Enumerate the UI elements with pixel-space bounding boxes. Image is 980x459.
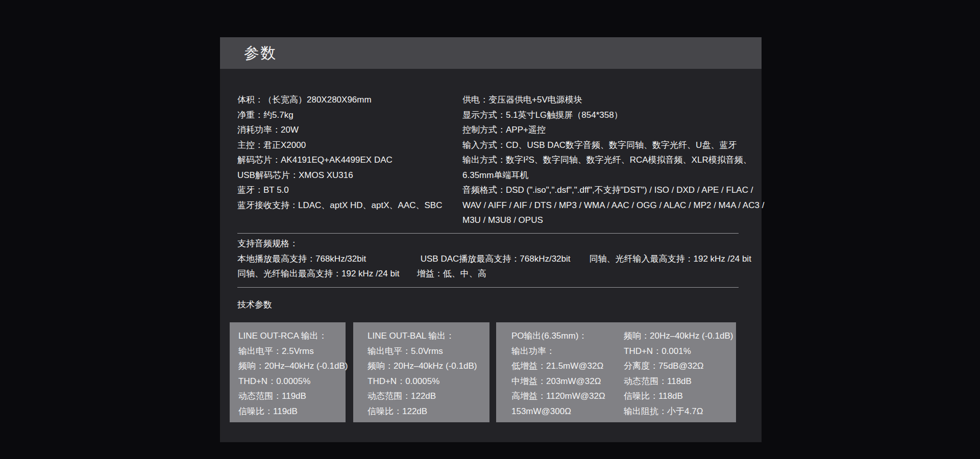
spec-line: WAV / AIFF / AIF / DTS / MP3 / WMA / AAC…: [462, 198, 764, 213]
card-line: 动态范围：119dB: [238, 389, 346, 404]
spec-line: 净重：约5.7kg: [237, 108, 462, 123]
card-line: 信噪比：122dB: [368, 404, 489, 419]
spec-line: 解码芯片：AK4191EQ+AK4499EX DAC: [237, 152, 462, 168]
card-line: 动态范围：118dB: [624, 374, 736, 389]
card-line: 输出电平：5.0Vrms: [368, 344, 489, 359]
audio-spec-row: 同轴、光纤输出最高支持：192 kHz /24 bit 增益：低、中、高: [237, 266, 748, 282]
section-divider: [237, 287, 739, 288]
card-title: PO输出(6.35mm)：: [511, 328, 624, 344]
spec-column-left: 体积：（长宽高）280X280X96mm 净重：约5.7kg 消耗功率：20W …: [237, 92, 462, 228]
spec-line: USB解码芯片：XMOS XU316: [237, 168, 462, 183]
card-title: LINE OUT-BAL 输出：: [368, 328, 489, 344]
card-line: 输出功率：: [511, 344, 624, 359]
tech-params-title: 技术参数: [237, 297, 272, 313]
card-line: 信噪比：119dB: [238, 404, 346, 419]
audio-spec-item: 增益：低、中、高: [417, 266, 486, 282]
card-line: 高增益：1120mW@32Ω: [511, 389, 624, 404]
spec-line: 音频格式：DSD (".iso",".dsf",".dff",不支持"DST")…: [462, 183, 764, 198]
spec-line: 消耗功率：20W: [237, 122, 462, 138]
page-title: 参数: [244, 37, 277, 69]
audio-spec-section: 支持音频规格： 本地播放最高支持：768kHz/32bit USB DAC播放最…: [237, 236, 748, 282]
spec-line: 输入方式：CD、USB DAC数字音频、数字同轴、数字光纤、U盘、蓝牙: [462, 138, 764, 153]
audio-spec-item: 本地播放最高支持：768kHz/32bit: [237, 251, 418, 267]
card-line: 分离度：75dB@32Ω: [624, 359, 736, 374]
card-line: THD+N：0.0005%: [238, 374, 346, 389]
general-specs: 体积：（长宽高）280X280X96mm 净重：约5.7kg 消耗功率：20W …: [237, 92, 739, 228]
spec-column-right: 供电：变压器供电+5V电源模块 显示方式：5.1英寸LG触摸屏（854*358）…: [462, 92, 764, 228]
spec-line: 显示方式：5.1英寸LG触摸屏（854*358）: [462, 108, 764, 123]
audio-spec-item: 同轴、光纤输入最高支持：192 kHz /24 bit: [589, 251, 751, 267]
card-line: 153mW@300Ω: [511, 404, 624, 419]
card-line: 频响：20Hz–40kHz (-0.1dB): [238, 359, 346, 374]
spec-line: 6.35mm单端耳机: [462, 168, 764, 183]
spec-line: 蓝牙接收支持：LDAC、aptX HD、aptX、AAC、SBC: [237, 198, 462, 213]
spec-line: 控制方式：APP+遥控: [462, 122, 764, 138]
card-line: 频响：20Hz–40kHz (-0.1dB): [368, 359, 489, 374]
card-line-out-rca: LINE OUT-RCA 输出： 输出电平：2.5Vrms 频响：20Hz–40…: [230, 322, 346, 422]
spec-line: 输出方式：数字I²S、数字同轴、数字光纤、RCA模拟音频、XLR模拟音频、: [462, 152, 764, 168]
spec-line: 体积：（长宽高）280X280X96mm: [237, 92, 462, 108]
panel-header: 参数: [220, 37, 762, 69]
card-line: 输出阻抗：小于4.7Ω: [624, 404, 736, 419]
card-line: THD+N：0.001%: [624, 344, 736, 359]
spec-panel: 参数 体积：（长宽高）280X280X96mm 净重：约5.7kg 消耗功率：2…: [220, 37, 762, 442]
card-line: 输出电平：2.5Vrms: [238, 344, 346, 359]
card-column-right: 频响：20Hz–40kHz (-0.1dB) THD+N：0.001% 分离度：…: [624, 328, 736, 422]
spec-line: 主控：君正X2000: [237, 138, 462, 153]
spec-line: 供电：变压器供电+5V电源模块: [462, 92, 764, 108]
card-column-left: PO输出(6.35mm)： 输出功率： 低增益：21.5mW@32Ω 中增益：2…: [511, 328, 624, 422]
card-line: THD+N：0.0005%: [368, 374, 489, 389]
card-line-out-bal: LINE OUT-BAL 输出： 输出电平：5.0Vrms 频响：20Hz–40…: [353, 322, 489, 422]
card-line: 频响：20Hz–40kHz (-0.1dB): [624, 328, 736, 344]
card-line: 动态范围：122dB: [368, 389, 489, 404]
audio-spec-item: 同轴、光纤输出最高支持：192 kHz /24 bit: [237, 266, 414, 282]
spec-line: M3U / M3U8 / OPUS: [462, 213, 764, 228]
tech-param-cards: LINE OUT-RCA 输出： 输出电平：2.5Vrms 频响：20Hz–40…: [230, 322, 736, 422]
card-line: 信噪比：118dB: [624, 389, 736, 404]
audio-spec-item: USB DAC播放最高支持：768kHz/32bit: [421, 251, 587, 267]
card-po-output: PO输出(6.35mm)： 输出功率： 低增益：21.5mW@32Ω 中增益：2…: [496, 322, 736, 422]
spec-line: 蓝牙：BT 5.0: [237, 183, 462, 198]
audio-spec-title: 支持音频规格：: [237, 236, 748, 251]
section-divider: [237, 233, 739, 234]
card-title: LINE OUT-RCA 输出：: [238, 328, 346, 344]
card-line: 中增益：203mW@32Ω: [511, 374, 624, 389]
audio-spec-row: 本地播放最高支持：768kHz/32bit USB DAC播放最高支持：768k…: [237, 251, 748, 267]
card-line: 低增益：21.5mW@32Ω: [511, 359, 624, 374]
